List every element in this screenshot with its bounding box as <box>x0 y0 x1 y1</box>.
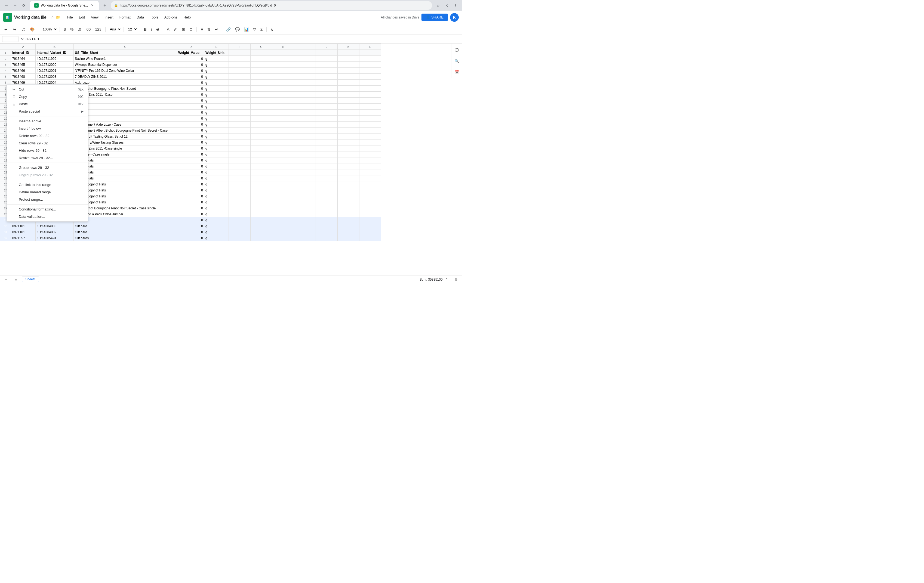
cell-15-c[interactable]: Ravenscroft Tasting Glass, Set of 12 <box>74 133 177 140</box>
context-menu-item[interactable]: Clear rows 29 - 32 <box>7 140 88 147</box>
browser-tab[interactable]: G Working data file - Google She... ✕ <box>30 1 99 10</box>
col-header-c[interactable]: C <box>74 44 177 50</box>
cell-empty[interactable] <box>229 92 251 98</box>
cell-empty[interactable] <box>360 235 381 241</box>
corner-cell[interactable] <box>0 44 11 50</box>
cell-empty[interactable] <box>294 140 316 145</box>
cell-empty[interactable] <box>229 170 251 175</box>
profile-button[interactable]: K <box>443 2 450 9</box>
cell-empty[interactable] <box>229 50 251 56</box>
cell-3-d[interactable]: 0 <box>177 62 205 68</box>
cell-32-b[interactable]: !ID:14385494 <box>36 235 74 241</box>
cell-empty[interactable] <box>338 181 360 187</box>
cell-27-d[interactable]: 0 <box>177 205 205 211</box>
cell-empty[interactable] <box>272 223 294 229</box>
cell-empty[interactable] <box>251 187 272 193</box>
cell-5-e[interactable]: g <box>205 74 229 80</box>
cell-empty[interactable] <box>272 157 294 163</box>
cell-empty[interactable] <box>316 74 338 80</box>
cell-1-e[interactable]: Weight_Unit <box>205 50 229 56</box>
cell-empty[interactable] <box>272 140 294 145</box>
cell-16-e[interactable]: g <box>205 140 229 145</box>
cell-empty[interactable] <box>272 152 294 157</box>
cell-21-d[interactable]: 0 <box>177 170 205 175</box>
cell-empty[interactable] <box>316 127 338 133</box>
borders-button[interactable]: ⊞ <box>180 26 186 32</box>
row-header-2[interactable]: 2 <box>0 56 11 62</box>
cell-empty[interactable] <box>251 145 272 152</box>
cell-empty[interactable] <box>229 74 251 80</box>
zoom-selector[interactable]: 100% <box>41 26 58 32</box>
cell-empty[interactable] <box>338 217 360 223</box>
avatar[interactable]: K <box>450 13 459 22</box>
cell-empty[interactable] <box>360 229 381 235</box>
cell-empty[interactable] <box>272 56 294 62</box>
cell-empty[interactable] <box>294 68 316 74</box>
context-menu-item[interactable]: Get link to this range <box>7 181 88 188</box>
cell-19-c[interactable]: Copy of Hats <box>74 157 177 163</box>
cell-empty[interactable] <box>360 68 381 74</box>
cell-17-e[interactable]: g <box>205 145 229 152</box>
sum-expand-button[interactable]: ⌃ <box>444 277 449 282</box>
cell-30-a[interactable]: 8971181 <box>11 223 36 229</box>
cell-empty[interactable] <box>316 163 338 170</box>
sheet-menu-button[interactable]: ≡ <box>12 276 20 283</box>
cell-empty[interactable] <box>251 115 272 122</box>
cell-10-d[interactable]: 0 <box>177 104 205 110</box>
row-header-32[interactable]: 32 <box>0 235 11 241</box>
cell-29-e[interactable]: g <box>205 217 229 223</box>
cell-19-d[interactable]: 0 <box>177 157 205 163</box>
cell-empty[interactable] <box>294 175 316 181</box>
align-button[interactable]: ≡ <box>199 26 205 32</box>
cell-empty[interactable] <box>338 127 360 133</box>
cell-empty[interactable] <box>229 68 251 74</box>
cell-29-d[interactable]: 0 <box>177 217 205 223</box>
cell-empty[interactable] <box>360 115 381 122</box>
context-menu-item[interactable]: Hide rows 29 - 32 <box>7 147 88 154</box>
cell-empty[interactable] <box>338 163 360 170</box>
comment-button[interactable]: 💬 <box>233 26 241 32</box>
cell-empty[interactable] <box>229 80 251 86</box>
cell-2-e[interactable]: g <box>205 56 229 62</box>
cell-empty[interactable] <box>338 115 360 122</box>
context-menu-item[interactable]: Resize rows 29 - 32... <box>7 154 88 161</box>
cell-empty[interactable] <box>338 235 360 241</box>
cell-empty[interactable] <box>316 223 338 229</box>
cell-24-c[interactable]: Copy of Copy of Hats <box>74 187 177 193</box>
cell-7-e[interactable]: g <box>205 86 229 92</box>
context-menu-item[interactable]: Delete rows 29 - 32 <box>7 132 88 140</box>
context-menu-item[interactable]: Conditional formatting... <box>7 206 88 213</box>
cell-empty[interactable] <box>272 110 294 115</box>
cell-6-d[interactable]: 0 <box>177 80 205 86</box>
cell-empty[interactable] <box>229 104 251 110</box>
cell-empty[interactable] <box>294 163 316 170</box>
cell-empty[interactable] <box>272 229 294 235</box>
cell-empty[interactable] <box>338 104 360 110</box>
cell-empty[interactable] <box>316 80 338 86</box>
cell-1-c[interactable]: US_Title_Short <box>74 50 177 56</box>
cell-empty[interactable] <box>272 187 294 193</box>
format-number-button[interactable]: 123 <box>93 26 103 32</box>
cell-empty[interactable] <box>316 140 338 145</box>
cell-5-d[interactable]: 0 <box>177 74 205 80</box>
cell-empty[interactable] <box>316 86 338 92</box>
cell-empty[interactable] <box>360 170 381 175</box>
menu-view[interactable]: View <box>88 14 101 20</box>
cell-26-d[interactable]: 0 <box>177 199 205 205</box>
cell-empty[interactable] <box>251 80 272 86</box>
valign-button[interactable]: ⇅ <box>206 26 212 32</box>
cell-30-e[interactable]: g <box>205 223 229 229</box>
cell-30-d[interactable]: 0 <box>177 223 205 229</box>
cell-27-c[interactable]: Albert Bichot Bourgogne Pinot Noir Secre… <box>74 205 177 211</box>
fill-color-button[interactable]: 🖊 <box>172 26 179 32</box>
cell-empty[interactable] <box>294 110 316 115</box>
cell-empty[interactable] <box>272 163 294 170</box>
cell-28-e[interactable]: g <box>205 211 229 217</box>
cell-3-a[interactable]: 7913465 <box>11 62 36 68</box>
sidebar-chat-icon[interactable]: 💬 <box>452 46 461 54</box>
row-header-4[interactable]: 4 <box>0 68 11 74</box>
cell-empty[interactable] <box>360 74 381 80</box>
font-size-selector[interactable]: 12 <box>126 26 138 32</box>
cell-11-d[interactable]: 0 <box>177 110 205 115</box>
cell-5-a[interactable]: 7913468 <box>11 74 36 80</box>
